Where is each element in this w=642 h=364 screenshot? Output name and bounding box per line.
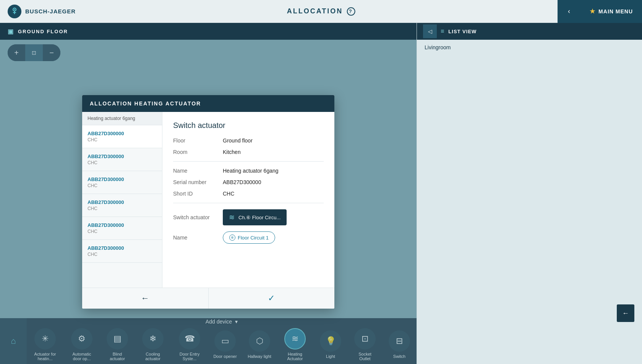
- top-right: ‹ ★ MAIN MENU: [558, 0, 642, 23]
- brand-icon: [8, 5, 21, 18]
- floor-bar: ▣ GROUND FLOOR: [0, 23, 417, 40]
- actuator-chip-icon: ≋: [229, 213, 235, 222]
- main-menu-button[interactable]: ★ MAIN MENU: [580, 0, 642, 23]
- floor-label: GROUND FLOOR: [18, 29, 68, 34]
- right-panel-header: ◁ ≡ LIST VIEW: [417, 23, 642, 40]
- switch-actuator-label: Switch actuator: [173, 214, 223, 220]
- actuator-chip-text: Ch.⑥ Floor Circu...: [238, 215, 280, 220]
- device-list-item[interactable]: ABB27D300000 CHC: [82, 240, 162, 263]
- device-id: CHC: [88, 229, 157, 234]
- device-serial: ABB27D300000: [88, 199, 157, 205]
- device-list-item[interactable]: ABB27D300000 CHC: [82, 148, 162, 171]
- brand-name: BUSCH-JAEGER: [25, 8, 76, 15]
- device-list: Heating actuator 6gang ABB27D300000 CHC …: [82, 112, 162, 288]
- modal-back-button[interactable]: ←: [82, 288, 209, 309]
- room-label: Room: [173, 149, 223, 155]
- device-list-item[interactable]: ABB27D300000 CHC: [82, 217, 162, 240]
- detail-serial-row: Serial number ABB27D300000: [173, 179, 324, 185]
- device-list-item[interactable]: ABB27D300000 CHC: [82, 125, 162, 148]
- modal-confirm-button[interactable]: ✓: [209, 288, 335, 309]
- device-id: CHC: [88, 160, 157, 165]
- device-detail: Switch actuator Floor Ground floor Room …: [162, 112, 334, 288]
- floor-plan-area: ALLOCATION HEATING ACTUATOR Heating actu…: [0, 40, 417, 364]
- modal-header: ALLOCATION HEATING ACTUATOR: [82, 95, 334, 112]
- device-serial: ABB27D300000: [88, 176, 157, 182]
- toggle-icon: ◁: [428, 28, 432, 34]
- device-id: CHC: [88, 183, 157, 188]
- device-id: CHC: [88, 137, 157, 142]
- device-id: CHC: [88, 252, 157, 257]
- name-label: Name: [173, 168, 223, 174]
- floor-label: Floor: [173, 138, 223, 144]
- left-panel: ▣ GROUND FLOOR + ⊡ − ALLOCATION HEATING …: [0, 23, 417, 364]
- modal-footer: ← ✓: [82, 288, 334, 309]
- device-serial: ABB27D300000: [88, 222, 157, 228]
- room-value: Kitchen: [223, 149, 241, 155]
- shortid-label: Short ID: [173, 191, 223, 197]
- device-items: ABB27D300000 CHC ABB27D300000 CHC ABB27D…: [82, 125, 162, 263]
- shortid-value: CHC: [223, 191, 234, 197]
- help-icon[interactable]: ?: [347, 7, 355, 16]
- device-serial: ABB27D300000: [88, 245, 157, 251]
- name-chip-icon: ⑥: [229, 235, 235, 241]
- actuator-chip[interactable]: ≋ Ch.⑥ Floor Circu...: [223, 209, 287, 225]
- room-label: Livingroom: [417, 40, 642, 55]
- name-value: Heating actuator 6gang: [223, 168, 279, 174]
- floor-icon: ▣: [8, 28, 14, 35]
- detail-room-row: Room Kitchen: [173, 149, 324, 155]
- star-icon: ★: [590, 8, 595, 15]
- modal-body: Heating actuator 6gang ABB27D300000 CHC …: [82, 112, 334, 288]
- detail-name-row: Name Heating actuator 6gang: [173, 168, 324, 174]
- right-panel-back-button[interactable]: ←: [617, 304, 634, 322]
- svg-point-1: [14, 9, 15, 10]
- right-panel: ◁ ≡ LIST VIEW Livingroom ←: [417, 23, 642, 364]
- name-chip[interactable]: ⑥ Floor Circuit 1: [223, 231, 275, 244]
- modal-overlay: ALLOCATION HEATING ACTUATOR Heating actu…: [0, 40, 417, 364]
- name-chip-label: Name: [173, 235, 223, 241]
- brand: BUSCH-JAEGER: [8, 5, 76, 18]
- main-content: ▣ GROUND FLOOR + ⊡ − ALLOCATION HEATING …: [0, 23, 642, 364]
- device-list-item[interactable]: ABB27D300000 CHC: [82, 171, 162, 194]
- allocation-modal: ALLOCATION HEATING ACTUATOR Heating actu…: [82, 95, 334, 309]
- device-serial: ABB27D300000: [88, 154, 157, 159]
- page-title: ALLOCATION ?: [287, 7, 355, 16]
- device-list-item[interactable]: ABB27D300000 CHC: [82, 194, 162, 217]
- device-serial: ABB27D300000: [88, 131, 157, 136]
- detail-floor-row: Floor Ground floor: [173, 138, 324, 144]
- serial-label: Serial number: [173, 179, 223, 185]
- name-chip-text: Floor Circuit 1: [238, 235, 269, 241]
- nav-back-button[interactable]: ‹: [558, 0, 580, 23]
- list-view-icon: ≡: [441, 28, 444, 35]
- switch-actuator-row: Switch actuator ≋ Ch.⑥ Floor Circu...: [173, 209, 324, 225]
- device-list-header: Heating actuator 6gang: [82, 112, 162, 125]
- serial-value: ABB27D300000: [223, 179, 261, 185]
- floor-value: Ground floor: [223, 138, 253, 144]
- list-view-label: LIST VIEW: [448, 29, 477, 34]
- detail-shortid-row: Short ID CHC: [173, 191, 324, 197]
- detail-heading: Switch actuator: [173, 121, 324, 130]
- detail-separator-2: [173, 203, 324, 203]
- top-header: BUSCH-JAEGER ALLOCATION ? ‹ ★ MAIN MENU: [0, 0, 642, 23]
- detail-separator: [173, 161, 324, 162]
- device-id: CHC: [88, 206, 157, 211]
- name-chip-row: Name ⑥ Floor Circuit 1: [173, 231, 324, 244]
- right-panel-toggle-button[interactable]: ◁: [423, 24, 437, 38]
